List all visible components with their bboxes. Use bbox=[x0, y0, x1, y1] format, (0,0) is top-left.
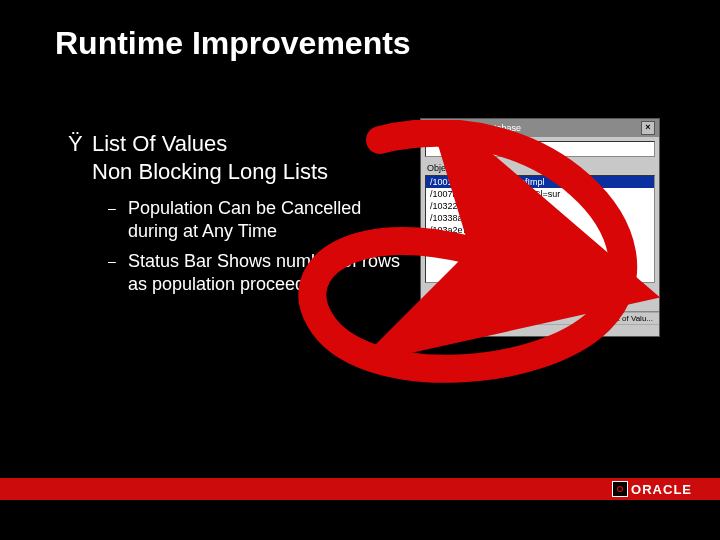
sub-bullet-text: Population Can be Cancelled during at An… bbox=[128, 197, 408, 244]
ok-button[interactable]: OK bbox=[467, 289, 511, 305]
dialog-buttons: OK Cancel Find bbox=[421, 283, 659, 311]
bullet-mark: Ÿ bbox=[68, 130, 92, 185]
logo-text: ORACLE bbox=[631, 482, 692, 497]
dialog-titlebar[interactable]: Objects in the Database × bbox=[421, 119, 659, 137]
main-bullet: Ÿ List Of Values Non Blocking Long Lists bbox=[68, 130, 408, 185]
oracle-logo: O ORACLE bbox=[612, 481, 692, 497]
list-item[interactable]: /1007b29_ora:smthDatumCl=sur bbox=[426, 188, 654, 200]
dialog-title: Objects in the Database bbox=[425, 123, 521, 133]
list-item[interactable]: /10338a_SqlTypWijlEnchucs bbox=[426, 212, 654, 224]
logo-icon: O bbox=[612, 481, 628, 497]
sub-bullet: – Population Can be Cancelled during at … bbox=[108, 197, 408, 244]
find-button[interactable]: Find bbox=[569, 289, 613, 305]
content-area: Ÿ List Of Values Non Blocking Long Lists… bbox=[68, 130, 408, 303]
list-item[interactable]: /10322588_HndlcrParnyHcpe bbox=[426, 200, 654, 212]
close-icon[interactable]: × bbox=[641, 121, 655, 135]
lov-dialog: Objects in the Database × Object Name /1… bbox=[420, 118, 660, 337]
cancel-button[interactable]: Cancel bbox=[517, 289, 563, 305]
column-header: Object Name bbox=[421, 161, 659, 175]
status-bar: Choices in list: 01..20 List of Valu... … bbox=[421, 311, 659, 336]
list-item[interactable]: /104bhsc5_LocLisHndytheam bbox=[426, 236, 654, 248]
list-item[interactable]: /1001a851_ConstantDefImpl bbox=[426, 176, 654, 188]
sub-bullet-mark: – bbox=[108, 250, 128, 297]
choices-label: Choices in list: 01..20 bbox=[427, 314, 503, 323]
sub-bullets: – Population Can be Cancelled during at … bbox=[108, 197, 408, 297]
search-input[interactable] bbox=[425, 141, 655, 157]
status-row: Choices in list: 01..20 List of Valu... bbox=[421, 312, 659, 324]
bullet-text: List Of Values Non Blocking Long Lists bbox=[92, 130, 328, 185]
sub-bullet-text: Status Bar Shows number of rows as popul… bbox=[128, 250, 408, 297]
status-row: Record: 1/? bbox=[421, 324, 659, 336]
record-label: Record: 1/? bbox=[427, 326, 468, 335]
bullet-line1: List Of Values bbox=[92, 131, 227, 156]
slide-title: Runtime Improvements bbox=[0, 0, 720, 62]
bullet-line2: Non Blocking Long Lists bbox=[92, 159, 328, 184]
dialog-search-area bbox=[421, 137, 659, 161]
sub-bullet-mark: – bbox=[108, 197, 128, 244]
object-list[interactable]: /1001a851_ConstantDefImpl /1007b29_ora:s… bbox=[425, 175, 655, 283]
list-item[interactable]: /103a2e73_DefaultTydExitErdP bbox=[426, 224, 654, 236]
mode-label: List of Valu... bbox=[607, 314, 653, 323]
sub-bullet: – Status Bar Shows number of rows as pop… bbox=[108, 250, 408, 297]
